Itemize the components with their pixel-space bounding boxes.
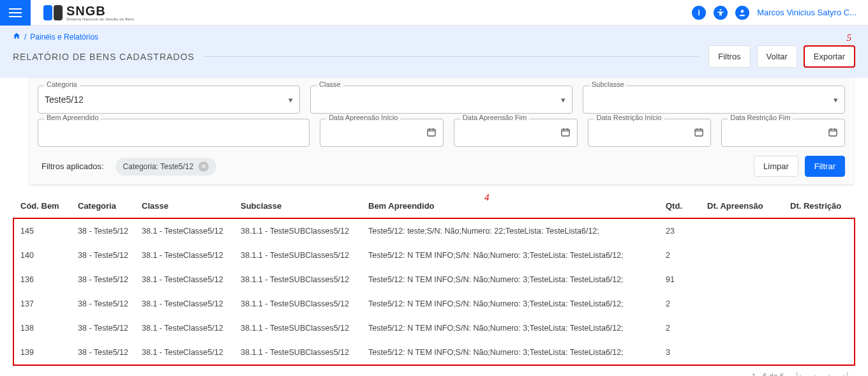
calendar-icon xyxy=(694,127,704,139)
cell-dtr xyxy=(784,292,854,316)
menu-toggle[interactable] xyxy=(0,0,31,26)
th-qtd[interactable]: Qtd. xyxy=(659,193,701,219)
chevron-down-icon: ▾ xyxy=(288,95,293,105)
cell-dta xyxy=(701,316,784,340)
exportar-button[interactable]: Exportar xyxy=(805,47,854,66)
svg-rect-2 xyxy=(9,16,22,17)
chip-remove-icon[interactable]: ✕ xyxy=(198,162,209,172)
cell-sub: 38.1.1 - TesteSUBClasses5/12 xyxy=(234,340,362,365)
cell-cat: 38 - Teste5/12 xyxy=(71,340,135,365)
topbar: SNGB Sistema Nacional de Gestão de Bens … xyxy=(0,0,868,26)
calendar-icon xyxy=(426,127,437,139)
cell-cls: 38.1 - TesteClasse5/12 xyxy=(135,316,234,340)
cell-dtr xyxy=(784,267,854,292)
next-page-icon[interactable]: › xyxy=(828,371,831,376)
logo-subtitle: Sistema Nacional de Gestão de Bens xyxy=(66,17,135,21)
breadcrumb: / Painéis e Relatórios xyxy=(13,32,855,41)
paginator: 1 - 6 de 6 |‹ ‹ › ›| xyxy=(0,365,868,376)
cell-cat: 38 - Teste5/12 xyxy=(71,243,135,267)
th-cod[interactable]: Cód. Bem xyxy=(14,193,71,219)
th-dta[interactable]: Dt. Apreensão xyxy=(701,193,784,219)
th-cat[interactable]: Categoria xyxy=(71,193,135,219)
bem-field[interactable]: Bem Apreendido xyxy=(38,119,310,147)
svg-rect-5 xyxy=(428,129,435,136)
th-dtr[interactable]: Dt. Restrição xyxy=(784,193,854,219)
annotation-5: 5 xyxy=(847,33,852,43)
subclasse-label: Subclasse xyxy=(589,80,627,88)
logo: SNGB Sistema Nacional de Gestão de Bens xyxy=(43,4,135,21)
breadcrumb-home[interactable] xyxy=(13,32,20,41)
subclasse-field[interactable]: Subclasse ▾ xyxy=(583,86,845,114)
header-actions: Filtros Voltar 5 Exportar xyxy=(708,45,855,68)
cell-dtr xyxy=(784,219,854,244)
svg-point-4 xyxy=(741,10,744,13)
prev-page-icon[interactable]: ‹ xyxy=(813,371,816,376)
filtrar-button[interactable]: Filtrar xyxy=(805,156,845,177)
cell-cat: 38 - Teste5/12 xyxy=(71,219,135,244)
cell-cat: 38 - Teste5/12 xyxy=(71,267,135,292)
home-icon xyxy=(13,32,20,40)
filtros-button[interactable]: Filtros xyxy=(708,45,750,68)
cell-cod: 139 xyxy=(14,340,71,365)
th-sub[interactable]: Subclasse xyxy=(234,193,362,219)
cell-dtr xyxy=(784,316,854,340)
filters-row-1: Categoria Teste5/12 ▾ Classe ▾ Subclasse… xyxy=(38,86,845,114)
filter-chip: Categoria: Teste5/12 ✕ xyxy=(116,158,217,176)
cell-bem: Teste5/12: N TEM INFO;S/N: Não;Numero: 3… xyxy=(362,316,659,340)
cell-qtd: 3 xyxy=(659,340,701,365)
cell-dtr xyxy=(784,243,854,267)
cell-qtd: 2 xyxy=(659,292,701,316)
data-re-inicio-label: Data Restrição Início xyxy=(594,114,664,121)
table-section: 4 Cód. Bem Categoria Classe Subclasse Be… xyxy=(14,193,854,365)
annotation-4: 4 xyxy=(484,192,490,203)
cell-cod: 136 xyxy=(14,267,71,292)
cell-sub: 38.1.1 - TesteSUBClasses5/12 xyxy=(234,219,362,244)
th-cls[interactable]: Classe xyxy=(135,193,234,219)
top-right: i Marcos Vinicius Satyro C... xyxy=(692,6,868,20)
th-bem[interactable]: Bem Apreendido xyxy=(362,193,659,219)
calendar-icon xyxy=(560,127,571,139)
table-row[interactable]: 14038 - Teste5/1238.1 - TesteClasse5/123… xyxy=(14,243,854,267)
table-row[interactable]: 13838 - Teste5/1238.1 - TesteClasse5/123… xyxy=(14,316,854,340)
filter-chip-text: Categoria: Teste5/12 xyxy=(123,162,194,171)
data-re-fim-field[interactable]: Data Restrição Fim xyxy=(721,119,845,147)
table-body: 14538 - Teste5/1238.1 - TesteClasse5/123… xyxy=(14,219,854,365)
last-page-icon[interactable]: ›| xyxy=(843,371,849,376)
cell-qtd: 23 xyxy=(659,219,701,244)
data-ap-fim-field[interactable]: Data Apreensão Fim xyxy=(454,119,578,147)
voltar-button[interactable]: Voltar xyxy=(757,45,797,68)
table-row[interactable]: 13738 - Teste5/1238.1 - TesteClasse5/123… xyxy=(14,292,854,316)
cell-dta xyxy=(701,340,784,365)
classe-field[interactable]: Classe ▾ xyxy=(310,86,572,114)
svg-rect-13 xyxy=(695,129,703,136)
results-table: Cód. Bem Categoria Classe Subclasse Bem … xyxy=(14,193,854,365)
accessibility-icon[interactable] xyxy=(714,6,728,20)
bem-label: Bem Apreendido xyxy=(44,114,101,121)
chevron-down-icon: ▾ xyxy=(834,95,838,105)
data-re-inicio-field[interactable]: Data Restrição Início xyxy=(588,119,712,147)
table-row[interactable]: 14538 - Teste5/1238.1 - TesteClasse5/123… xyxy=(14,219,854,244)
filters-row-2: Bem Apreendido Data Apreensão Início Dat… xyxy=(38,119,845,147)
cell-bem: Teste5/12: N TEM INFO;S/N: Não;Numero: 3… xyxy=(362,243,659,267)
cell-cls: 38.1 - TesteClasse5/12 xyxy=(135,243,234,267)
first-page-icon[interactable]: |‹ xyxy=(795,371,801,376)
categoria-field[interactable]: Categoria Teste5/12 ▾ xyxy=(38,86,300,114)
user-avatar-icon[interactable] xyxy=(735,6,749,20)
breadcrumb-link[interactable]: Painéis e Relatórios xyxy=(30,33,98,41)
cell-dta xyxy=(701,219,784,244)
info-icon[interactable]: i xyxy=(692,6,706,20)
cell-cls: 38.1 - TesteClasse5/12 xyxy=(135,292,234,316)
cell-cat: 38 - Teste5/12 xyxy=(71,316,135,340)
cell-cls: 38.1 - TesteClasse5/12 xyxy=(135,219,234,244)
table-row[interactable]: 13638 - Teste5/1238.1 - TesteClasse5/123… xyxy=(14,267,854,292)
page-title: RELATÓRIO DE BENS CADASTRADOS xyxy=(13,52,195,62)
data-ap-inicio-field[interactable]: Data Apreensão Início xyxy=(320,119,444,147)
table-row[interactable]: 13938 - Teste5/1238.1 - TesteClasse5/123… xyxy=(14,340,854,365)
limpar-button[interactable]: Limpar xyxy=(754,156,798,177)
cell-cod: 145 xyxy=(14,219,71,244)
cell-qtd: 91 xyxy=(659,267,701,292)
user-name[interactable]: Marcos Vinicius Satyro C... xyxy=(757,8,857,17)
data-ap-inicio-label: Data Apreensão Início xyxy=(326,114,400,121)
cell-bem: Teste5/12: N TEM INFO;S/N: Não;Numero: 3… xyxy=(362,292,659,316)
filter-actions: Limpar Filtrar xyxy=(754,156,845,177)
